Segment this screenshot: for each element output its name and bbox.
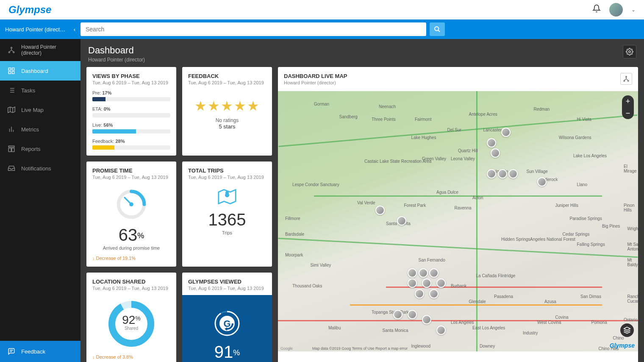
map-place-label: Moorpark: [285, 253, 303, 257]
phase-row: Pre: 17%: [92, 90, 170, 101]
sidebar-item-label: Reports: [21, 146, 41, 152]
page-header: Dashboard Howard Pointer (director): [80, 39, 644, 67]
sidebar-user-row[interactable]: Howard Pointer (director): [0, 39, 80, 61]
svg-line-33: [125, 198, 131, 204]
layers-icon: [623, 326, 631, 334]
phase-bar: [92, 113, 170, 117]
map-place-label: Chino: [613, 336, 624, 340]
search-button[interactable]: [430, 22, 445, 36]
sidebar-item-tasks[interactable]: Tasks: [0, 81, 80, 100]
sidebar-item-dashboard[interactable]: Dashboard: [0, 61, 80, 81]
map-place-label: Gorman: [314, 102, 329, 106]
map-place-label: San Dimas: [580, 294, 601, 299]
live-map-card: DASHBOARD LIVE MAP Howard Pointer (direc…: [278, 67, 638, 362]
svg-rect-23: [12, 148, 14, 152]
map-place-label: Lake Hughes: [411, 135, 436, 140]
chevron-left-icon: ‹: [74, 26, 75, 33]
map-place-label: Quartz Hill: [458, 148, 478, 153]
card-daterange: Tue, Aug 6 2019 – Tue, Aug 13 2019: [188, 80, 266, 85]
map-place-label: Leona Valley: [451, 156, 475, 161]
map-place-label: Acton: [472, 195, 483, 200]
phase-label: ETA: 0%: [92, 106, 170, 111]
zoom-out-button[interactable]: −: [622, 107, 634, 119]
avatar[interactable]: [609, 3, 623, 17]
svg-point-29: [627, 80, 629, 81]
map-place-label: Rancho Cucamong: [627, 294, 638, 304]
sidebar-item-label: Dashboard: [21, 68, 48, 74]
search-wrapper: [80, 22, 445, 36]
svg-point-4: [13, 52, 14, 53]
svg-point-0: [435, 27, 439, 31]
total-trips-value: 1365: [188, 210, 266, 229]
map-place-label: Fairmont: [415, 117, 431, 122]
svg-point-27: [626, 76, 627, 78]
map-place-label: Thousand Oaks: [292, 284, 322, 288]
card-title: TOTAL TRIPS: [188, 167, 266, 174]
sidebar-item-label: Notifications: [21, 165, 51, 172]
map[interactable]: GormanNeenachAntelope AcresRedmanSandber…: [278, 91, 638, 351]
map-place-label: East Los Angeles: [472, 326, 505, 330]
svg-point-26: [629, 51, 631, 53]
hierarchy-button[interactable]: [620, 73, 632, 85]
star-icon: ★: [194, 98, 208, 114]
search-input[interactable]: [80, 22, 426, 36]
map-place-label: Azusa: [544, 299, 556, 304]
phase-row: ETA: 0%: [92, 106, 170, 117]
svg-rect-21: [8, 146, 14, 147]
map-place-label: Ontario: [624, 317, 638, 322]
map-place-label: Wilsona Gardens: [559, 135, 591, 140]
map-place-label: Lancaster: [483, 128, 502, 132]
map-place-label: San Fernando: [419, 258, 445, 262]
views-by-phase-card[interactable]: VIEWS BY PHASE Tue, Aug 6 2019 – Tue, Au…: [86, 67, 176, 156]
map-place-label: Fillmore: [285, 216, 300, 221]
settings-button[interactable]: [623, 45, 636, 58]
feedback-card[interactable]: FEEDBACK Tue, Aug 6 2019 – Tue, Aug 13 2…: [182, 67, 272, 156]
map-place-label: West Covina: [537, 320, 561, 325]
reports-icon: [8, 145, 15, 153]
hierarchy-icon: [623, 75, 630, 82]
map-place-label: La Cañada Flintridge: [476, 273, 516, 278]
card-daterange: Tue, Aug 6 2019 – Tue, Aug 13 2019: [188, 175, 266, 180]
map-place-label: Glendale: [469, 299, 486, 304]
chat-icon: [8, 348, 15, 355]
glympses-viewed-card[interactable]: GLYMPSES VIEWEDTue, Aug 6 2019 – Tue, Au…: [182, 273, 272, 362]
promise-time-card[interactable]: PROMISE TIME Tue, Aug 6 2019 – Tue, Aug …: [86, 162, 176, 267]
sidebar-item-live-map[interactable]: Live Map: [0, 100, 80, 120]
user-collapse-toggle[interactable]: Howard Pointer (direct… ‹: [5, 26, 80, 33]
map-attribution: Google Map data ©2019 Goog Terms of Use …: [280, 346, 408, 351]
bell-icon[interactable]: [592, 4, 601, 15]
down-arrow-icon: ↓: [92, 354, 95, 359]
map-place-label: Cedar Springs: [563, 232, 590, 237]
map-place-label: Paradise Springs: [570, 216, 602, 221]
brand-logo[interactable]: Glympse: [8, 4, 51, 16]
feedback-line2: 5 stars: [188, 123, 266, 130]
card-daterange: Tue, Aug 6 2019 – Tue, Aug 13 2019: [92, 80, 170, 85]
card-title: VIEWS BY PHASE: [92, 73, 170, 79]
svg-point-28: [624, 80, 625, 81]
sidebar-item-notifications[interactable]: Notifications: [0, 159, 80, 178]
map-place-label: Lake Los Angeles: [573, 153, 607, 158]
svg-rect-8: [12, 72, 14, 74]
zoom-in-button[interactable]: +: [622, 95, 634, 107]
sidebar-item-reports[interactable]: Reports: [0, 139, 80, 159]
total-trips-card[interactable]: TOTAL TRIPS Tue, Aug 6 2019 – Tue, Aug 1…: [182, 162, 272, 267]
svg-rect-22: [8, 148, 11, 152]
star-icon: ★: [234, 98, 247, 114]
phase-bar: [92, 129, 170, 134]
chevron-down-icon[interactable]: ⌄: [631, 7, 636, 13]
trips-icon: [188, 187, 266, 206]
map-place-label: Mt Baldy: [627, 258, 638, 267]
card-daterange: Tue, Aug 6 2019 – Tue, Aug 13 2019: [92, 286, 170, 291]
star-rating: ★★★★★: [188, 98, 266, 114]
map-layers-button[interactable]: [620, 323, 634, 337]
sidebar-item-metrics[interactable]: Metrics: [0, 120, 80, 139]
map-place-label: Falling Springs: [577, 242, 605, 247]
progress-ring: G: [188, 309, 266, 338]
top-header: Glympse ⌄: [0, 0, 644, 19]
feedback-button[interactable]: Feedback: [0, 341, 80, 362]
map-place-label: Neenach: [379, 104, 396, 109]
location-shared-card[interactable]: LOCATION SHARED Tue, Aug 6 2019 – Tue, A…: [86, 273, 176, 362]
map-place-label: Covina: [555, 315, 569, 320]
content-area: Dashboard Howard Pointer (director) VIEW…: [80, 39, 644, 362]
metrics-icon: [8, 125, 15, 133]
